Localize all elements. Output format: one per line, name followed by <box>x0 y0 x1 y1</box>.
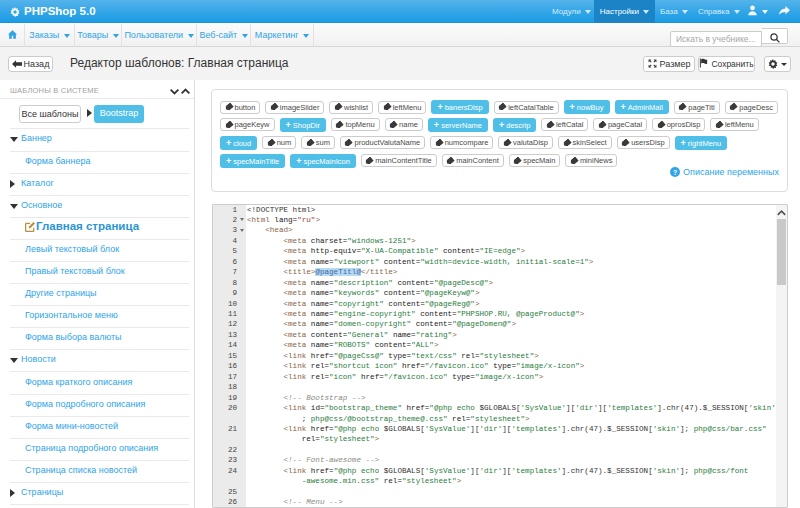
svg-text:?: ? <box>673 169 677 176</box>
